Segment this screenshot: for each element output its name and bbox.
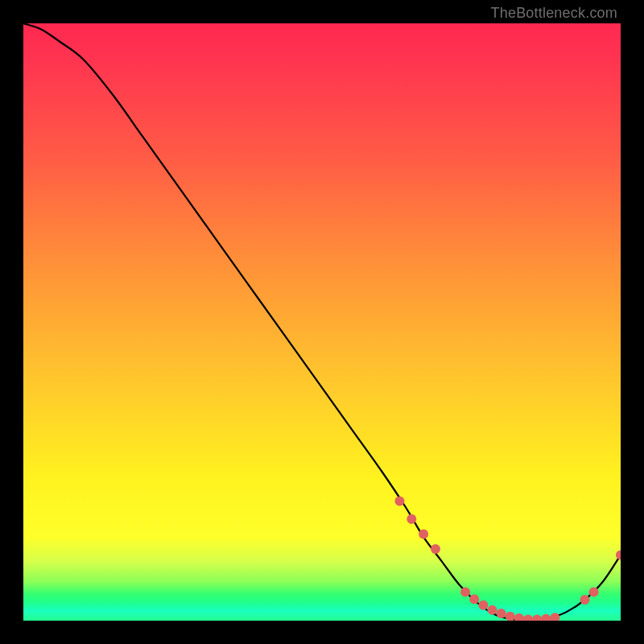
marker-dot — [394, 497, 404, 506]
marker-dot — [506, 612, 515, 621]
marker-dot — [431, 544, 440, 554]
marker-dot — [478, 601, 488, 610]
marker-dot — [419, 529, 428, 539]
marker-dot — [514, 613, 524, 621]
marker-dot — [616, 550, 621, 559]
marker-dot — [580, 595, 589, 605]
curve-markers — [394, 497, 621, 621]
marker-dot — [523, 615, 533, 621]
marker-dot — [589, 587, 599, 597]
curve-line — [23, 23, 621, 620]
marker-dot — [407, 514, 416, 524]
marker-dot — [541, 614, 551, 621]
attribution-label: TheBottleneck.com — [491, 5, 617, 22]
marker-dot — [469, 594, 479, 604]
marker-dot — [487, 605, 497, 615]
marker-dot — [532, 615, 542, 621]
marker-dot — [460, 587, 470, 597]
marker-dot — [550, 613, 559, 621]
chart-svg — [23, 23, 621, 621]
marker-dot — [497, 609, 506, 618]
plot-area — [23, 23, 621, 621]
chart-frame: TheBottleneck.com — [0, 0, 644, 644]
